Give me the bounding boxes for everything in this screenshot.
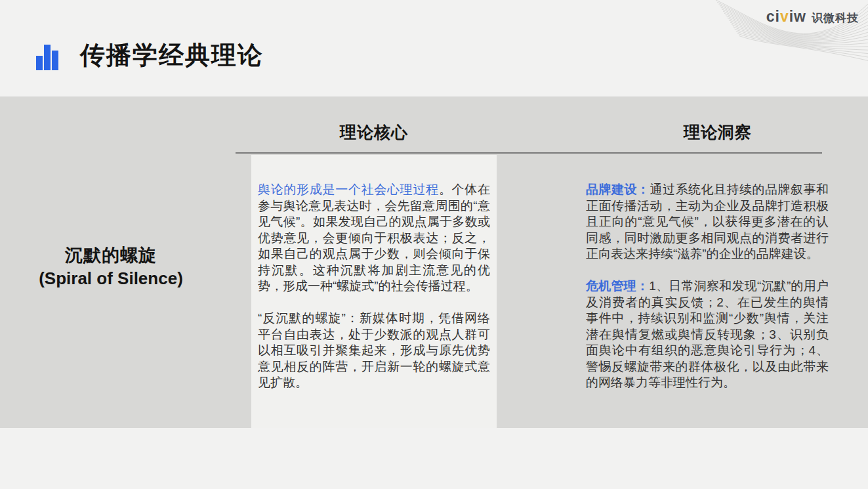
theory-row-label: 沉默的螺旋 (Spiral of Silence) <box>3 244 219 289</box>
core-paragraph-1: 舆论的形成是一个社会心理过程。个体在参与舆论意见表达时，会先留意周围的“意见气候… <box>258 182 490 295</box>
header-divider-line <box>236 152 822 154</box>
brand-logo: civiw 识微科技 <box>766 8 859 26</box>
insight-paragraph-1: 品牌建设：通过系统化且持续的品牌叙事和正面传播活动，主动为企业及品牌打造积极且正… <box>586 182 829 263</box>
brand-wordmark: civiw <box>766 8 806 26</box>
slide-canvas: 传播学经典理论 civiw 识微科技 理论核心 理论洞察 沉默的螺旋 (Spir… <box>0 0 868 489</box>
theory-name-cn: 沉默的螺旋 <box>3 244 219 267</box>
column-header-insight: 理论洞察 <box>595 121 840 143</box>
bar-chart-icon <box>36 43 58 70</box>
insight-paragraph-2: 危机管理：1、日常洞察和发现“沉默”的用户及消费者的真实反馈；2、在已发生的舆情… <box>586 278 829 391</box>
theory-table: 理论核心 理论洞察 沉默的螺旋 (Spiral of Silence) 舆论的形… <box>0 96 868 428</box>
brand-name-cn: 识微科技 <box>812 11 859 26</box>
theory-name-en: (Spiral of Silence) <box>3 267 219 289</box>
page-title: 传播学经典理论 <box>80 39 264 71</box>
theory-insight-panel: 品牌建设：通过系统化且持续的品牌叙事和正面传播活动，主动为企业及品牌打造积极且正… <box>585 155 829 428</box>
theory-core-panel: 舆论的形成是一个社会心理过程。个体在参与舆论意见表达时，会先留意周围的“意见气候… <box>251 155 497 428</box>
core-paragraph-2: “反沉默的螺旋”：新媒体时期，凭借网络平台自由表达，处于少数派的观点人群可以相互… <box>258 310 490 391</box>
column-header-core: 理论核心 <box>251 121 497 143</box>
brand-accent-letter: v <box>780 8 789 25</box>
header-band: 传播学经典理论 civiw 识微科技 <box>0 0 868 96</box>
